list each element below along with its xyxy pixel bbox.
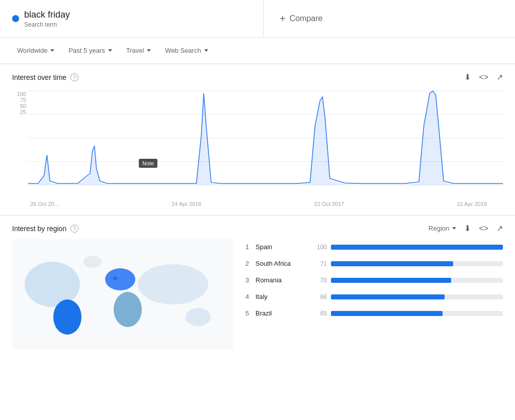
region-item: 3 Romania 70 (245, 276, 503, 284)
embed-icon[interactable]: <> (479, 73, 488, 82)
x-label-3: 21 Apr 2019 (457, 201, 487, 207)
region-dropdown[interactable]: Region (428, 225, 456, 232)
section-title-group: Interest over time ? (12, 73, 78, 81)
region-section-title: Interest by region (12, 225, 66, 233)
region-bar-fill (331, 261, 453, 266)
download-icon[interactable]: ⬇ (464, 72, 471, 82)
chevron-down-icon (147, 49, 151, 52)
chevron-down-icon (50, 49, 54, 52)
region-section-header: Interest by region ? Region ⬇ <> ↗ (12, 224, 503, 233)
chevron-down-icon (108, 49, 112, 52)
region-bar-bg (331, 294, 503, 299)
region-embed-icon[interactable]: <> (479, 224, 488, 233)
greenland (83, 256, 102, 268)
region-bar-bg (331, 245, 503, 250)
region-value: 100 (311, 244, 327, 251)
section-header: Interest over time ? ⬇ <> ↗ (12, 72, 503, 82)
y-label-25: 25 (12, 109, 26, 115)
search-term-info: black friday Search term (24, 10, 70, 28)
help-icon[interactable]: ? (70, 73, 78, 81)
y-label-75: 75 (12, 97, 26, 103)
line-chart (28, 86, 503, 201)
filter-location-label: Worldwide (17, 47, 47, 54)
interest-over-time-section: Interest over time ? ⬇ <> ↗ 100 75 50 25 (0, 64, 515, 216)
region-item: 4 Italy 66 (245, 293, 503, 300)
search-term-name: black friday (24, 10, 70, 20)
search-term-section: black friday Search term (0, 0, 264, 37)
region-help-icon[interactable]: ? (70, 225, 78, 233)
section-actions: ⬇ <> ↗ (464, 72, 503, 82)
region-name: Brazil (255, 309, 311, 317)
search-term-dot (12, 15, 19, 22)
y-axis-labels: 100 75 50 25 (12, 86, 28, 130)
x-label-0: 26 Oct 20... (30, 201, 59, 207)
filter-timerange[interactable]: Past 5 years (63, 44, 117, 57)
south-america (53, 299, 81, 335)
filter-search-type-label: Web Search (165, 47, 201, 54)
y-label-50: 50 (12, 103, 26, 109)
filter-category-label: Travel (126, 47, 144, 54)
region-download-icon[interactable]: ⬇ (464, 224, 471, 233)
europe (105, 268, 135, 290)
region-item: 5 Brazil 65 (245, 309, 503, 317)
chart-area: 100 75 50 25 Note (12, 86, 503, 201)
compare-button[interactable]: + Compare (280, 13, 323, 25)
region-rank: 3 (245, 276, 255, 284)
chart-area-fill (28, 92, 503, 185)
asia (138, 264, 208, 304)
region-bar-fill (331, 294, 445, 299)
x-label-2: 22 Oct 2017 (314, 201, 345, 207)
region-bar-bg (331, 278, 503, 283)
header-bar: black friday Search term + Compare (0, 0, 515, 38)
interest-by-region-section: Interest by region ? Region ⬇ <> ↗ (0, 216, 515, 358)
region-dropdown-label: Region (428, 225, 449, 232)
region-item: 1 Spain 100 (245, 243, 503, 251)
region-name: Italy (255, 293, 311, 300)
north-america (25, 262, 80, 307)
region-name: South Africa (255, 260, 311, 267)
region-rank: 4 (245, 293, 255, 300)
compare-section: + Compare (264, 0, 515, 37)
filter-timerange-label: Past 5 years (68, 47, 105, 54)
region-content: 1 Spain 100 2 South Africa 71 3 Romania … (12, 239, 503, 350)
region-bar-bg (331, 311, 503, 316)
x-label-1: 24 Apr 2016 (171, 201, 201, 207)
oceania (186, 308, 211, 326)
chevron-down-icon (204, 49, 208, 52)
chevron-down-icon (452, 227, 456, 230)
region-bar-bg (331, 261, 503, 266)
world-map (12, 239, 233, 350)
africa (114, 292, 142, 327)
section-title: Interest over time (12, 73, 66, 81)
region-name: Romania (255, 276, 311, 284)
chart-svg-container: Note (28, 86, 503, 201)
region-bar-fill (331, 245, 503, 250)
region-value: 70 (311, 277, 327, 284)
spain-dot (113, 276, 117, 280)
plus-icon: + (280, 13, 286, 25)
region-bar-fill (331, 278, 451, 283)
region-rank: 2 (245, 260, 255, 267)
share-icon[interactable]: ↗ (496, 72, 503, 82)
filter-category[interactable]: Travel (121, 44, 156, 57)
region-rank: 5 (245, 309, 255, 317)
region-list: 1 Spain 100 2 South Africa 71 3 Romania … (245, 239, 503, 350)
region-item: 2 South Africa 71 (245, 260, 503, 267)
compare-label: Compare (290, 14, 323, 23)
search-term-label: Search term (24, 21, 70, 28)
y-label-100: 100 (12, 91, 26, 97)
region-value: 65 (311, 310, 327, 317)
map-svg (12, 239, 233, 350)
region-section-actions: Region ⬇ <> ↗ (428, 224, 503, 233)
region-value: 71 (311, 260, 327, 267)
region-rank: 1 (245, 243, 255, 251)
region-name: Spain (255, 243, 311, 251)
filters-bar: Worldwide Past 5 years Travel Web Search (0, 38, 515, 64)
region-title-group: Interest by region ? (12, 225, 78, 233)
filter-location[interactable]: Worldwide (12, 44, 59, 57)
filter-search-type[interactable]: Web Search (160, 44, 213, 57)
region-bar-fill (331, 311, 443, 316)
region-share-icon[interactable]: ↗ (496, 224, 503, 233)
region-value: 66 (311, 293, 327, 300)
